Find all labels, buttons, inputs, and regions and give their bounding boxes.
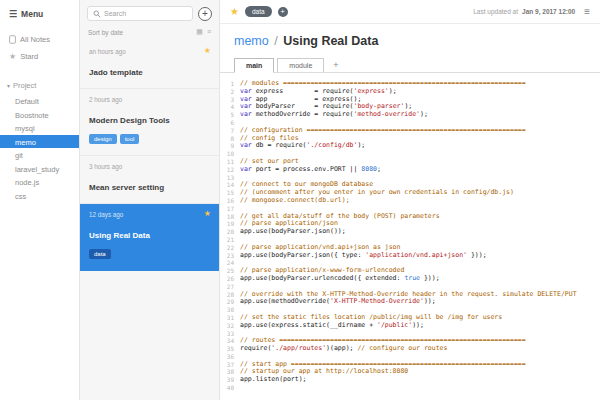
line-number: 26 <box>225 275 240 283</box>
note-title: Modern Design Tools <box>89 116 210 125</box>
menu-button[interactable]: ☰ Menu <box>0 7 79 31</box>
code-token: // routes ==============================… <box>240 336 526 344</box>
code-token: // override with the X-HTTP-Method-Overr… <box>240 290 577 298</box>
sidebar-item-git[interactable]: git <box>0 148 79 162</box>
all-notes-label: All Notes <box>20 35 50 44</box>
code-token: true <box>404 274 420 282</box>
code-token: var <box>240 95 252 103</box>
code-line: 40 <box>225 384 600 392</box>
note-list: an hours ago★Jado template2 hours agoMod… <box>80 41 219 400</box>
add-note-button[interactable]: + <box>198 7 212 21</box>
line-number: 28 <box>225 291 240 299</box>
code-text: app.use(methodOverride('X-HTTP-Method-Ov… <box>240 298 436 306</box>
sidebar-item-all-notes[interactable]: All Notes <box>0 31 79 48</box>
file-icon <box>9 35 16 44</box>
code-token: // set our port <box>240 157 299 165</box>
sidebar-item-memo[interactable]: memo <box>0 135 79 149</box>
tab-bar: mainmodule+ <box>220 55 600 73</box>
line-number: 38 <box>225 368 240 376</box>
code-token: // set the static files location /public… <box>240 313 502 321</box>
note-title: Jado template <box>89 68 210 77</box>
sidebar-item-css[interactable]: css <box>0 189 79 203</box>
code-line: 32app.use(express.static(__dirname + '/p… <box>225 322 600 330</box>
sidebar-item-laravel_study[interactable]: laravel_study <box>0 162 79 176</box>
add-tag-button[interactable]: + <box>278 7 288 17</box>
code-text: // mongoose.connect(db.url); <box>240 197 350 205</box>
line-number: 18 <box>225 213 240 221</box>
tag-pill[interactable]: data <box>245 6 272 18</box>
code-text: app.use(bodyParser.json()); <box>240 228 346 236</box>
sidebar-item-node.js[interactable]: node.js <box>0 175 79 189</box>
line-number: 33 <box>225 330 240 338</box>
code-line: 20app.use(bodyParser.json()); <box>225 228 600 236</box>
grid-view-icon[interactable]: ▦ <box>196 28 203 36</box>
code-line: 9var db = require('./config/db'); <box>225 142 600 150</box>
breadcrumb-folder-link[interactable]: memo <box>234 34 269 48</box>
code-token: // parse application/json <box>240 219 338 227</box>
code-token: require( <box>240 344 271 352</box>
search-input[interactable] <box>104 10 187 17</box>
hamburger-icon: ☰ <box>9 9 17 19</box>
note-card[interactable]: 3 hours agoMean server setting <box>80 156 219 204</box>
list-view-icon[interactable]: ≡ <box>207 28 211 36</box>
line-number: 9 <box>225 142 240 150</box>
line-number: 15 <box>225 189 240 197</box>
code-token: 8080 <box>361 165 377 173</box>
sidebar: ☰ Menu All Notes ★ Stard ▾ Project Defau… <box>0 0 80 400</box>
star-toggle-icon[interactable]: ★ <box>230 7 239 17</box>
line-number: 7 <box>225 127 240 135</box>
line-number: 13 <box>225 174 240 182</box>
code-text: app.listen(port); <box>240 376 307 384</box>
last-updated-value: Jan 9, 2017 12:00 <box>522 8 575 15</box>
note-card[interactable]: 2 hours agoModern Design Toolsdesigntool <box>80 89 219 156</box>
sidebar-item-starred[interactable]: ★ Stard <box>0 48 79 65</box>
line-number: 11 <box>225 158 240 166</box>
code-token: 'application/vnd.api+json' <box>365 251 467 259</box>
sidebar-item-Default[interactable]: Default <box>0 94 79 108</box>
line-number: 37 <box>225 361 240 369</box>
note-timestamp: 2 hours ago <box>89 96 210 103</box>
note-list-panel: + Sort by date ▦ ≡ an hours ago★Jado tem… <box>80 0 220 400</box>
tab-main[interactable]: main <box>234 58 274 73</box>
note-timestamp: 3 hours ago <box>89 163 210 170</box>
line-number: 8 <box>225 135 240 143</box>
code-token: // config files <box>240 134 299 142</box>
code-token: './app/routes' <box>271 344 326 352</box>
code-text: app.use(express.static(__dirname + '/pub… <box>240 322 424 330</box>
line-number: 19 <box>225 220 240 228</box>
code-token: var <box>240 141 252 149</box>
tab-module[interactable]: module <box>277 58 324 73</box>
menu-label: Menu <box>21 9 43 19</box>
line-number: 36 <box>225 353 240 361</box>
code-token: ); <box>389 87 397 95</box>
new-tab-button[interactable]: + <box>327 58 344 72</box>
code-editor[interactable]: 1// modules ============================… <box>220 73 600 400</box>
note-card[interactable]: 12 days ago★Using Real Datadata <box>80 204 219 271</box>
note-card[interactable]: an hours ago★Jado template <box>80 41 219 89</box>
code-token: // get all data/stuff of the body (POST)… <box>240 212 440 220</box>
code-token: db = require( <box>252 141 307 149</box>
line-number: 16 <box>225 197 240 205</box>
code-token: // configuration =======================… <box>240 126 526 134</box>
sidebar-item-Boostnote[interactable]: Boostnote <box>0 108 79 122</box>
line-number: 35 <box>225 345 240 353</box>
line-number: 5 <box>225 111 240 119</box>
line-number: 23 <box>225 252 240 260</box>
note-tags: data <box>89 249 210 259</box>
code-line: 35require('./app/routes')(app); // confi… <box>225 345 600 353</box>
sidebar-item-mysql[interactable]: mysql <box>0 121 79 135</box>
editor-menu-icon[interactable]: ≡ <box>584 6 590 17</box>
code-token: 'X-HTTP-Method-Override' <box>330 297 424 305</box>
line-number: 29 <box>225 298 240 306</box>
star-icon: ★ <box>9 53 16 61</box>
tag-data: data <box>89 249 111 259</box>
code-text: var db = require('./config/db'); <box>240 142 365 150</box>
code-line: 16// mongoose.connect(db.url); <box>225 197 600 205</box>
code-token: app.use(bodyParser.urlencoded({ extended… <box>240 274 404 282</box>
code-token: var <box>240 102 252 110</box>
code-token: ); <box>420 110 428 118</box>
note-tags: designtool <box>89 134 210 144</box>
note-timestamp: an hours ago <box>89 48 210 55</box>
code-text: require('./app/routes')(app); // configu… <box>240 345 447 353</box>
project-section-toggle[interactable]: ▾ Project <box>0 77 79 94</box>
